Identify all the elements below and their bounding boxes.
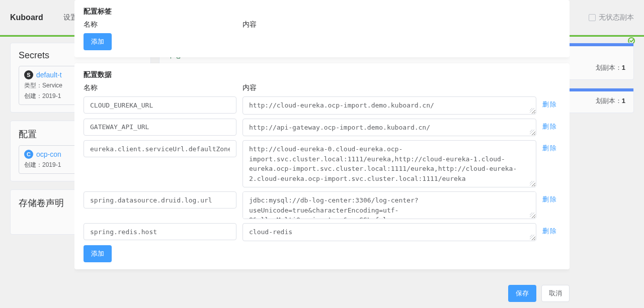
data-value-textarea[interactable] — [243, 191, 536, 219]
data-key-input[interactable] — [84, 96, 236, 114]
data-value-textarea[interactable] — [243, 223, 536, 241]
modal-footer: 保存 取消 — [74, 279, 570, 308]
data-panel-title: 配置数据 — [84, 70, 560, 79]
cancel-button[interactable]: 取消 — [541, 285, 570, 302]
delete-row-link[interactable]: 删除 — [542, 119, 560, 137]
data-value-textarea[interactable] — [243, 140, 536, 187]
data-row: 删除 — [84, 223, 560, 241]
add-label-button[interactable]: 添加 — [84, 33, 112, 50]
edit-config-modal: 配置标签 名称 内容 添加 配置数据 名称 内容 删除删除删除删除删除 添加 保… — [74, 0, 570, 308]
delete-row-link[interactable]: 删除 — [542, 140, 560, 187]
data-row: 删除 — [84, 119, 560, 137]
data-panel: 配置数据 名称 内容 删除删除删除删除删除 添加 — [74, 63, 570, 269]
data-key-input[interactable] — [84, 140, 236, 157]
delete-row-link[interactable]: 删除 — [542, 223, 560, 241]
data-key-input[interactable] — [84, 191, 236, 209]
data-value-textarea[interactable] — [243, 96, 536, 115]
delete-row-link[interactable]: 删除 — [542, 191, 560, 219]
data-name-header: 名称 — [84, 83, 243, 92]
add-data-button[interactable]: 添加 — [84, 245, 112, 262]
data-row: 删除 — [84, 140, 560, 187]
data-key-input[interactable] — [84, 119, 236, 136]
save-button[interactable]: 保存 — [508, 285, 536, 302]
data-value-textarea[interactable] — [243, 119, 536, 137]
labels-panel-title: 配置标签 — [84, 7, 560, 16]
data-row: 删除 — [84, 96, 560, 115]
data-content-header: 内容 — [243, 83, 560, 92]
data-row: 删除 — [84, 191, 560, 219]
labels-name-header: 名称 — [84, 20, 243, 29]
data-key-input[interactable] — [84, 223, 236, 240]
delete-row-link[interactable]: 删除 — [542, 96, 560, 115]
labels-content-header: 内容 — [243, 20, 560, 29]
labels-panel: 配置标签 名称 内容 添加 — [74, 0, 570, 57]
